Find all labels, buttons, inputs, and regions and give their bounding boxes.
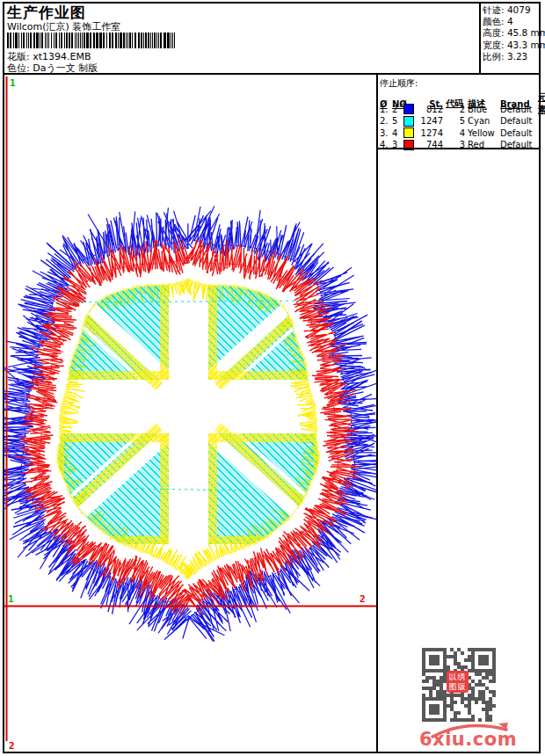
barcode-bar [54, 33, 54, 48]
barcode-bar [134, 33, 136, 48]
thread-color-swatch [403, 104, 414, 114]
barcode-bar [15, 33, 18, 48]
table-divider [378, 148, 541, 149]
barcode-bar [33, 33, 35, 48]
barcode-bar [61, 33, 62, 48]
barcode-bar [71, 33, 73, 48]
table-cell: 2 [446, 105, 468, 114]
column-divider [376, 74, 378, 753]
marker-start-left: 1 [8, 593, 14, 605]
barcode-bar [143, 33, 144, 48]
barcode-bar [106, 33, 107, 48]
cross-edge-yellow [208, 433, 322, 442]
barcode-bar [150, 33, 151, 48]
barcode-bar [7, 33, 9, 48]
thread-color-swatch [403, 127, 414, 138]
table-cell: Blue [468, 105, 500, 114]
barcode-bar [126, 33, 127, 48]
table-cell: Default [500, 128, 538, 138]
table-cell: 5 [446, 116, 468, 126]
barcode-bar [123, 33, 125, 48]
barcode-bar [132, 33, 133, 48]
table-body: 1.28122BlueDefault2.512475CyanDefault3.4… [380, 104, 540, 151]
barcode-bar [172, 33, 173, 48]
barcode-bar [174, 33, 175, 48]
barcode-bar [84, 33, 85, 48]
marker-start-top: 1 [10, 77, 16, 89]
table-cell: Yellow [468, 128, 500, 138]
barcode-bar [93, 33, 95, 48]
barcode-bar [127, 33, 128, 48]
barcode-bar [80, 33, 81, 48]
barcode-bar [115, 33, 117, 48]
barcode-bar [120, 33, 122, 48]
table-cell: Cyan [468, 116, 500, 126]
cross-edge-yellow [56, 371, 169, 380]
barcode-bar [160, 33, 162, 48]
stat-line: 高度: 45.8 mm [483, 27, 545, 39]
column-header-6: 元素 [538, 91, 545, 116]
barcode-bar [30, 33, 32, 48]
barcode-bar [10, 33, 11, 48]
stats-divider [479, 2, 481, 73]
barcode-bar [45, 33, 46, 48]
qr-seal: 以绣图版 [447, 671, 469, 693]
cross-edge-yellow [56, 433, 169, 442]
barcode-bar [167, 33, 170, 48]
stat-line: 比例: 3.23 [483, 51, 545, 62]
barcode-bar [21, 33, 22, 48]
barcode-bar [76, 33, 77, 48]
table-cell: 812 [418, 105, 446, 114]
barcode-bar [66, 33, 68, 48]
barcode-bar [28, 33, 29, 48]
table-row: 3.412744YellowDefault [380, 127, 540, 140]
barcode-bar [75, 33, 76, 48]
barcode-bar [141, 33, 142, 48]
stat-line: 针迹: 4079 [483, 4, 545, 16]
barcode-bar [26, 33, 27, 48]
table-cell: 1247 [418, 116, 446, 126]
barcode-bar [23, 33, 25, 48]
company-name: Wilcom(汇京) 装饰工作室 [7, 20, 120, 33]
production-worksheet-page: { "header": { "title": "生产作业图", "company… [0, 0, 545, 756]
stat-line: 宽度: 43.3 mm [483, 40, 545, 51]
barcode-bar [41, 33, 43, 48]
barcode-bar [59, 33, 60, 48]
barcode-bar [18, 33, 19, 48]
stat-line: 颜色: 4 [483, 16, 545, 27]
barcode-bar [152, 33, 153, 48]
barcode-bar [86, 33, 89, 48]
table-cell: 2. [380, 116, 392, 126]
barcode-bar [64, 33, 65, 48]
barcode-bar [129, 33, 131, 48]
barcode-bar [13, 33, 14, 48]
cross-edge-yellow [208, 371, 322, 380]
barcode-bar [154, 33, 156, 48]
barcode-bar [96, 33, 98, 48]
barcode-bar [171, 33, 171, 48]
table-row: 2.512475CyanDefault [380, 115, 540, 127]
marker-end-right: 2 [360, 593, 366, 605]
barcode-bar [156, 33, 157, 48]
table-cell: 2 [392, 105, 403, 114]
marker-end-bottom: 2 [9, 740, 15, 752]
barcode-bar [103, 33, 105, 48]
table-cell: 4 [392, 128, 403, 138]
barcode-bar [47, 33, 47, 48]
barcode-bar [112, 33, 113, 48]
barcode-bar [109, 33, 111, 48]
design-stats: 针迹: 4079颜色: 4高度: 45.8 mm宽度: 43.3 mm比例: 3… [483, 4, 545, 62]
barcode-bar [69, 33, 70, 48]
barcode-bar [48, 33, 49, 48]
thread-color-swatch [403, 116, 414, 127]
embroidery-design-canvas: 1122 [4, 74, 376, 754]
barcode-bar [51, 33, 52, 48]
barcode-bar [36, 33, 39, 48]
table-cell: Default [500, 105, 538, 114]
barcode-bar [158, 33, 159, 48]
barcode-bar [148, 33, 149, 48]
table-header-row: ØNØSt.代码描述Brand元素 [380, 91, 540, 104]
table-cell: 1274 [418, 128, 446, 138]
barcode [7, 33, 183, 48]
barcode-bar [145, 33, 147, 48]
